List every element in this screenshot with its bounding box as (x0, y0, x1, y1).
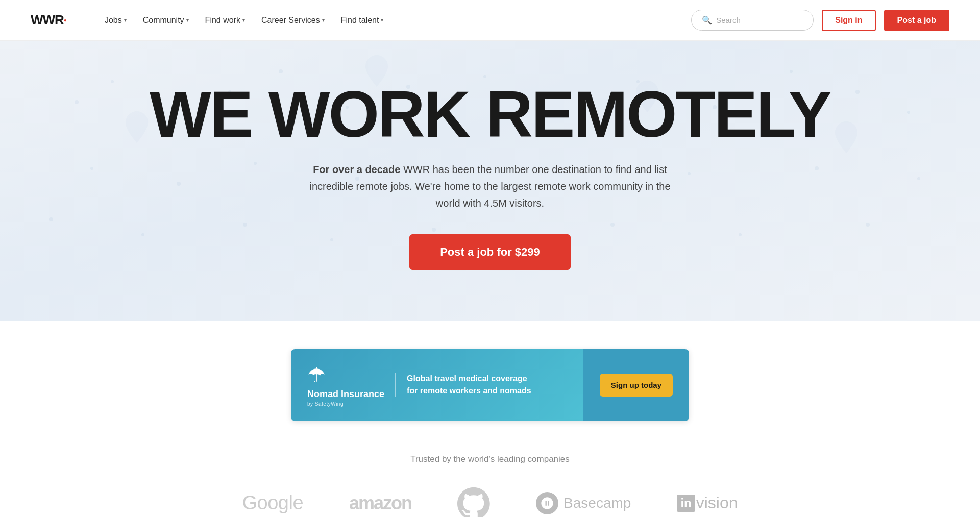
chevron-down-icon: ▾ (124, 17, 127, 23)
hero-cta-button[interactable]: Post a job for $299 (409, 234, 571, 270)
nomad-brand-name: Nomad Insurance (307, 389, 384, 400)
nomad-brand-area: ☂ Nomad Insurance by SafetyWing (307, 363, 384, 407)
sign-in-button[interactable]: Sign in (822, 10, 875, 31)
amazon-logo: amazon (349, 493, 411, 514)
search-box[interactable]: 🔍 Search (691, 10, 814, 31)
svg-point-14 (90, 167, 93, 170)
svg-point-11 (790, 70, 793, 73)
search-icon: 🔍 (702, 15, 712, 25)
nomad-umbrella-icon: ☂ (307, 363, 326, 387)
invision-text: vision (696, 494, 738, 512)
nav-find-work[interactable]: Find work ▾ (198, 12, 252, 29)
hero-subtitle: For over a decade WWR has been the numbe… (296, 161, 684, 212)
nav-find-talent[interactable]: Find talent ▾ (334, 12, 391, 29)
trusted-section: Trusted by the world's leading companies… (0, 449, 980, 517)
hero-section: WE WORK REMOTELY For over a decade WWR h… (0, 41, 980, 321)
svg-point-25 (243, 223, 247, 227)
svg-point-23 (49, 217, 53, 221)
nomad-signup-button[interactable]: Sign up today (600, 374, 673, 397)
svg-point-26 (330, 238, 333, 241)
svg-point-29 (610, 223, 615, 227)
chevron-down-icon: ▾ (186, 17, 189, 23)
svg-point-30 (739, 233, 742, 236)
trusted-title: Trusted by the world's leading companies (20, 454, 960, 464)
hero-subtitle-bold: For over a decade (313, 164, 400, 175)
svg-point-21 (815, 166, 819, 170)
invision-logo: in vision (677, 494, 738, 512)
basecamp-icon (536, 492, 558, 514)
nav-right: 🔍 Search Sign in Post a job (691, 10, 949, 31)
github-svg (457, 487, 490, 517)
chevron-down-icon: ▾ (242, 17, 245, 23)
nav-community[interactable]: Community ▾ (136, 12, 196, 29)
github-logo (457, 487, 490, 517)
post-job-nav-button[interactable]: Post a job (884, 10, 949, 31)
chevron-down-icon: ▾ (381, 17, 383, 23)
logo[interactable]: WWR● (31, 12, 67, 28)
logo-dot: ● (64, 17, 67, 23)
svg-point-16 (254, 162, 257, 165)
svg-point-22 (917, 177, 920, 180)
navbar: WWR● Jobs ▾ Community ▾ Find work ▾ Care… (0, 0, 980, 41)
search-placeholder: Search (716, 16, 741, 24)
nomad-banner: ☂ Nomad Insurance by SafetyWing Global t… (291, 349, 689, 421)
basecamp-logo: Basecamp (536, 492, 631, 514)
svg-point-24 (141, 233, 144, 236)
nomad-banner-left: ☂ Nomad Insurance by SafetyWing Global t… (291, 349, 583, 421)
invision-in-box: in (677, 495, 695, 512)
svg-point-15 (177, 182, 181, 186)
hero-title: WE WORK REMOTELY (20, 82, 960, 147)
svg-point-4 (279, 69, 283, 73)
logo-text: WWR (31, 12, 64, 28)
svg-point-20 (688, 172, 691, 175)
nomad-brand-sub: by SafetyWing (307, 401, 344, 407)
nav-links: Jobs ▾ Community ▾ Find work ▾ Career Se… (97, 12, 691, 29)
svg-point-31 (866, 223, 870, 227)
nav-jobs[interactable]: Jobs ▾ (97, 12, 134, 29)
nav-career-services[interactable]: Career Services ▾ (254, 12, 332, 29)
logos-row: Google amazon Basecamp in vision (20, 487, 960, 517)
nomad-tagline: Global travel medical coveragefor remote… (395, 373, 531, 397)
svg-point-27 (432, 228, 436, 232)
nomad-banner-right: Sign up today (583, 349, 689, 421)
banner-section: ☂ Nomad Insurance by SafetyWing Global t… (0, 321, 980, 449)
chevron-down-icon: ▾ (322, 17, 325, 23)
google-logo: Google (242, 492, 303, 514)
